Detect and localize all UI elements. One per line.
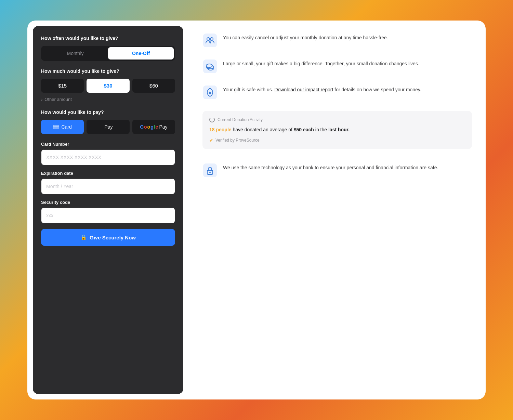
card-number-input[interactable] [41,149,175,165]
activity-count: 18 people [209,127,232,132]
safe-description: Your gift is safe with us. Download our … [223,86,472,94]
frequency-toggle: Monthly One-Off [41,46,175,61]
google-pay-button[interactable]: G o o g l e Pay [132,120,175,134]
o1-letter: o [144,124,147,130]
left-panel: How often would you like to give? Monthl… [33,26,183,394]
impact-report-link[interactable]: Download our impact report [274,87,333,92]
card-label: Card [61,124,71,130]
bank-text: We use the same technology as your bank … [223,163,472,172]
pay-word: Pay [159,124,167,130]
other-amount-toggle[interactable]: › Other amount [41,97,175,102]
bank-icon-wrap [202,163,218,178]
security-label: Security code [41,200,175,205]
activity-amount: $50 each [294,127,314,132]
e-letter: l [154,124,155,130]
o2-letter: o [147,124,150,130]
right-panel: You can easily cancel or adjust your mon… [189,21,486,399]
card-payment-button[interactable]: Card [41,120,84,134]
apple-pay-label: Pay [103,124,113,130]
security-group: Security code [41,200,175,223]
feature-bank: We use the same technology as your bank … [202,163,472,178]
refresh-icon [209,117,215,122]
safe-icon-wrap [202,85,218,100]
impact-icon-wrap [202,59,218,74]
expiry-group: Expiration date [41,171,175,194]
payment-label: How would you like to pay? [41,109,175,115]
svg-point-11 [209,172,211,173]
shield-umbrella-icon [203,86,217,99]
feature-cancel: You can easily cancel or adjust your mon… [202,33,472,48]
amount-30-button[interactable]: $30 [87,79,129,93]
amount-60-button[interactable]: $60 [132,79,175,93]
apple-pay-button[interactable]: Pay [87,120,129,134]
lock-icon: 🔒 [80,234,87,240]
amount-15-button[interactable]: $15 [41,79,84,93]
card-icon [53,125,59,129]
cancel-description: You can easily cancel or adjust your mon… [223,34,472,42]
impact-text: Large or small, your gift makes a big di… [223,59,472,68]
submit-button[interactable]: 🔒 Give Securely Now [41,229,175,246]
monthly-button[interactable]: Monthly [42,47,108,60]
verified-row: ✔ Verified by ProveSource [209,137,465,143]
main-card: How often would you like to give? Monthl… [27,21,486,399]
card-number-group: Card Number [41,142,175,165]
activity-text: 18 people have donated an average of $50… [209,126,465,133]
bank-description: We use the same technology as your bank … [223,164,472,172]
cancel-text: You can easily cancel or adjust your mon… [223,33,472,42]
activity-card: Current Donation Activity 18 people have… [202,111,472,149]
svg-point-5 [206,64,212,67]
feature-safe: Your gift is safe with us. Download our … [202,85,472,100]
g-letter: G [140,124,144,130]
google-pay-label: G o o g l e Pay [140,124,167,130]
activity-header: Current Donation Activity [209,117,465,122]
svg-rect-0 [203,34,217,47]
expiry-input[interactable] [41,179,175,194]
coins-icon [203,60,217,73]
g2-letter: g [150,124,154,130]
frequency-label: How often would you like to give? [41,36,175,41]
safe-text: Your gift is safe with us. Download our … [223,85,472,94]
activity-header-label: Current Donation Activity [218,117,263,122]
activity-timeframe: last hour. [328,127,350,132]
verified-label: Verified by ProveSource [215,138,260,143]
lock-icon [203,163,217,177]
feature-impact: Large or small, your gift makes a big di… [202,59,472,74]
amount-row: $15 $30 $60 [41,79,175,93]
submit-label: Give Securely Now [90,235,136,240]
payment-row: Card Pay G o o g l e Pay [41,120,175,134]
verified-check-icon: ✔ [209,137,213,143]
people-icon [203,34,217,47]
impact-description: Large or small, your gift makes a big di… [223,60,472,68]
expiry-label: Expiration date [41,171,175,176]
amount-label: How much would you like to give? [41,68,175,74]
card-number-label: Card Number [41,142,175,147]
other-amount-label: Other amount [44,97,72,102]
e2-letter: e [156,124,158,130]
one-off-button[interactable]: One-Off [108,47,174,60]
chevron-right-icon: › [41,97,42,102]
security-input[interactable] [41,208,175,223]
cancel-icon-wrap [202,33,218,48]
